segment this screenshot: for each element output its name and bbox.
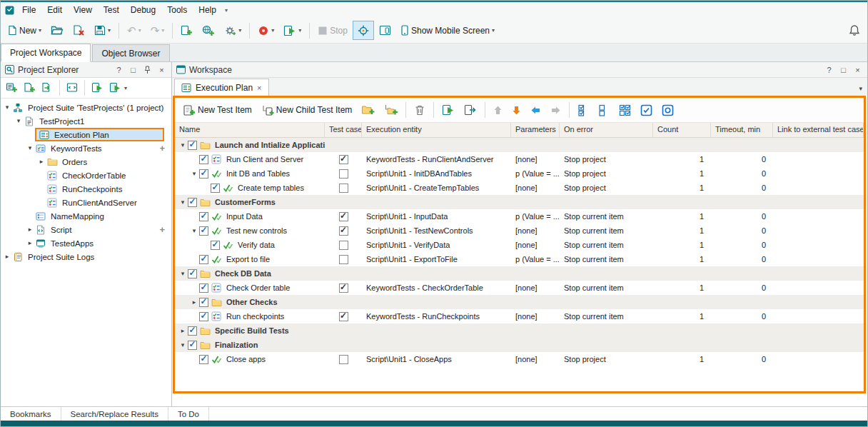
plan-item-row[interactable]: Verify dataScript\Unit1 - VerifyData[non… [175, 238, 864, 252]
row-expand-icon[interactable]: ▾ [178, 199, 188, 206]
enabled-checkbox[interactable] [211, 241, 220, 250]
run-button[interactable]: ▾ [279, 21, 306, 40]
pin-icon[interactable] [142, 66, 153, 74]
test-case-checkbox[interactable] [339, 184, 348, 193]
run-project-suite-button[interactable] [106, 79, 123, 96]
undo-button[interactable]: ↶▾ [123, 21, 146, 40]
delete-button[interactable] [410, 100, 430, 120]
add-new-item-button[interactable] [176, 21, 197, 40]
tree-item-project-suite-testprojects-1-project[interactable]: ▾Project Suite 'TestProjects' (1 project… [1, 101, 171, 114]
open-item-button[interactable] [39, 79, 56, 96]
menu-test[interactable]: Test [98, 4, 125, 16]
plan-item-row[interactable]: Run Client and ServerKeywordTests - RunC… [175, 152, 864, 166]
tree-expand-icon[interactable]: ▸ [36, 158, 46, 165]
mark-test-case-button[interactable] [636, 100, 657, 120]
enabled-checkbox[interactable] [199, 212, 208, 221]
help-icon[interactable]: ? [824, 66, 834, 74]
column-header-on-error[interactable]: On error [560, 123, 653, 137]
enabled-checkbox[interactable] [199, 298, 208, 307]
plan-item-row[interactable]: Create temp tablesScript\Unit1 - CreateT… [175, 181, 864, 195]
toolbar-dropdown-icon[interactable]: ▾ [124, 85, 127, 91]
uncheck-selected-button[interactable] [594, 100, 614, 120]
test-case-checkbox[interactable] [339, 155, 348, 164]
close-document-button[interactable] [69, 21, 89, 40]
enabled-checkbox[interactable] [188, 141, 197, 150]
row-expand-icon[interactable]: ▾ [178, 341, 188, 348]
record-button[interactable]: ▾ [253, 21, 278, 40]
maximize-icon[interactable]: □ [838, 66, 849, 74]
menu-file[interactable]: File [16, 4, 41, 16]
enabled-checkbox[interactable] [188, 341, 197, 350]
enabled-checkbox[interactable] [199, 155, 208, 164]
menu-overflow-icon[interactable]: ▾ [222, 7, 231, 14]
tab-object-browser[interactable]: Object Browser [92, 44, 169, 61]
column-header-execution-entity[interactable]: Execution entity [362, 123, 511, 137]
plan-group-row[interactable]: ▾Check DB Data [175, 266, 864, 281]
notifications-button[interactable] [844, 21, 864, 40]
row-expand-icon[interactable]: ▾ [178, 270, 188, 277]
column-header-name[interactable]: Name [175, 123, 325, 137]
column-header-link[interactable]: Link to external test case [773, 123, 864, 137]
enabled-checkbox[interactable] [188, 269, 197, 278]
new-child-test-item-button[interactable]: New Child Test Item [257, 100, 356, 120]
tree-item-keywordtests[interactable]: ▾KeywordTests+ [1, 141, 171, 155]
enabled-checkbox[interactable] [199, 312, 208, 321]
add-item-icon[interactable]: + [159, 143, 165, 154]
plan-item-row[interactable]: ▾Init DB and TablesScript\Unit1 - InitDB… [175, 166, 864, 181]
new-test-item-button[interactable]: New Test Item [178, 100, 256, 120]
tab-close-icon[interactable]: × [257, 84, 261, 92]
close-icon[interactable]: × [852, 66, 863, 74]
plan-item-row[interactable]: ▾Test new controlsScript\Unit1 - TestNew… [175, 223, 864, 238]
plan-item-row[interactable]: Run checkpointsKeywordTests - RunCheckpo… [175, 309, 864, 323]
enabled-checkbox[interactable] [199, 255, 208, 264]
menu-tools[interactable]: Tools [161, 4, 193, 16]
tree-item-execution-plan[interactable]: Execution Plan [1, 128, 171, 141]
tree-expand-icon[interactable]: ▸ [25, 226, 35, 233]
move-up-button[interactable] [489, 100, 507, 120]
tab-to-do[interactable]: To Do [168, 407, 209, 421]
plan-group-row[interactable]: ▸Other Checks [175, 295, 864, 309]
tree-item-testproject1[interactable]: ▾TestProject1 [1, 114, 171, 128]
enabled-checkbox[interactable] [199, 226, 208, 236]
tab-bookmarks[interactable]: Bookmarks [1, 407, 61, 421]
test-case-checkbox[interactable] [339, 283, 348, 293]
menu-debug[interactable]: Debug [125, 4, 161, 16]
new-group-button[interactable] [357, 100, 379, 120]
plan-group-row[interactable]: ▾CustomerForms [175, 195, 864, 209]
tree-expand-icon[interactable]: ▾ [2, 104, 12, 111]
plan-group-row[interactable]: ▾Launch and Intialize Applications [175, 138, 864, 152]
tree-expand-icon[interactable]: ▾ [25, 144, 35, 151]
row-expand-icon[interactable]: ▸ [178, 327, 188, 334]
plan-item-row[interactable]: Close appsScript\Unit1 - CloseApps[none]… [175, 352, 864, 366]
radio-group-button[interactable] [657, 100, 678, 120]
check-all-children-button[interactable] [615, 100, 635, 120]
tree-expand-icon[interactable]: ▸ [25, 239, 35, 246]
move-left-button[interactable] [526, 100, 545, 120]
run-selected-button[interactable] [438, 100, 459, 120]
tab-search-replace-results[interactable]: Search/Replace Results [61, 407, 168, 421]
menu-view[interactable]: View [68, 4, 98, 16]
tab-execution-plan[interactable]: Execution Plan × [174, 79, 269, 96]
row-expand-icon[interactable]: ▾ [178, 141, 188, 149]
new-button[interactable]: New▾ [4, 21, 46, 40]
add-item-icon[interactable]: + [159, 224, 165, 235]
menu-help[interactable]: Help [193, 4, 222, 16]
test-case-checkbox[interactable] [339, 226, 348, 236]
plan-item-row[interactable]: Check Order tableKeywordTests - CheckOrd… [175, 281, 864, 295]
test-case-checkbox[interactable] [339, 169, 348, 179]
check-selected-button[interactable] [573, 100, 593, 120]
row-expand-icon[interactable]: ▾ [189, 170, 199, 177]
move-right-button[interactable] [546, 100, 565, 120]
enabled-checkbox[interactable] [199, 283, 208, 293]
plan-item-row[interactable]: Export to fileScript\Unit1 - ExportToFil… [175, 252, 864, 266]
convert-test-button[interactable] [460, 100, 481, 120]
tree-item-checkordertable[interactable]: CheckOrderTable [1, 169, 171, 182]
tree-item-orders[interactable]: ▸Orders [1, 155, 171, 169]
object-spy-button[interactable] [353, 21, 374, 40]
tree-item-namemapping[interactable]: NameMapping [1, 209, 171, 223]
plan-group-row[interactable]: ▸Specific Build Tests [175, 323, 864, 338]
enabled-checkbox[interactable] [199, 169, 208, 179]
test-case-checkbox[interactable] [339, 312, 348, 321]
tree-item-testedapps[interactable]: ▸TestedApps [1, 236, 171, 250]
save-button[interactable]: ▾ [90, 21, 115, 40]
